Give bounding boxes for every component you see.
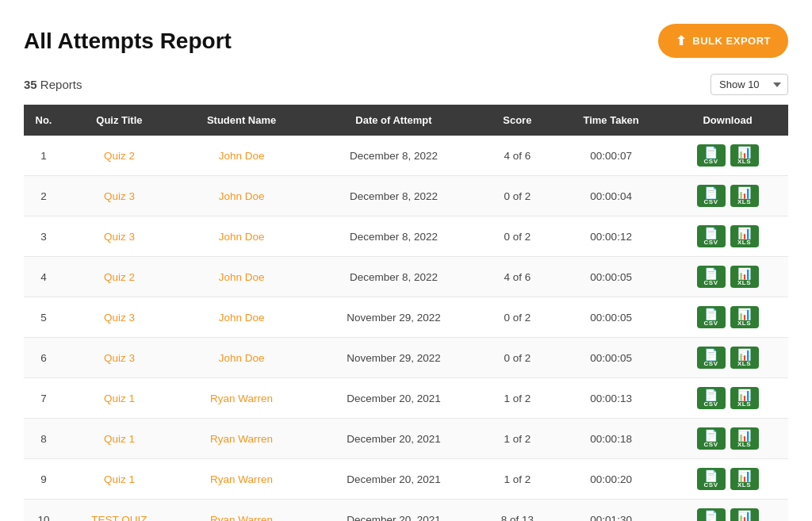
cell-no: 10 [24, 500, 63, 522]
cell-student-name[interactable]: Ryan Warren [175, 459, 308, 500]
table-row: 2 Quiz 3 John Doe December 8, 2022 0 of … [24, 176, 788, 216]
csv-icon: 📄 [704, 308, 718, 320]
cell-score: 0 of 2 [480, 338, 556, 378]
col-student-name: Student Name [175, 105, 308, 136]
table-row: 7 Quiz 1 Ryan Warren December 20, 2021 1… [24, 378, 788, 419]
xls-label: XLS [737, 401, 751, 408]
cell-student-name[interactable]: Ryan Warren [175, 500, 308, 522]
cell-date: December 20, 2021 [308, 459, 479, 500]
cell-quiz-title[interactable]: TEST QUIZ [63, 500, 175, 522]
cell-time-taken: 00:00:07 [555, 136, 667, 176]
xls-label: XLS [737, 482, 751, 488]
download-csv-button[interactable]: 📄 CSV [697, 427, 726, 450]
download-xls-button[interactable]: 📊 XLS [730, 387, 759, 409]
download-xls-button[interactable]: 📊 XLS [730, 225, 759, 247]
download-csv-button[interactable]: 📄 CSV [697, 266, 726, 288]
cell-download: 📄 CSV 📊 XLS [667, 176, 788, 216]
download-xls-button[interactable]: 📊 XLS [730, 508, 759, 521]
page-title: All Attempts Report [24, 29, 232, 54]
cell-time-taken: 00:00:05 [555, 257, 667, 297]
csv-label: CSV [704, 361, 718, 367]
cell-date: December 20, 2021 [308, 419, 479, 459]
cell-student-name[interactable]: John Doe [175, 216, 308, 257]
download-xls-button[interactable]: 📊 XLS [730, 144, 759, 167]
xls-icon: 📊 [737, 228, 751, 239]
table-body: 1 Quiz 2 John Doe December 8, 2022 4 of … [24, 136, 788, 521]
cell-download: 📄 CSV 📊 XLS [667, 500, 788, 522]
xls-icon: 📊 [737, 308, 751, 320]
download-csv-button[interactable]: 📄 CSV [697, 144, 726, 167]
download-csv-button[interactable]: 📄 CSV [697, 347, 726, 369]
cell-student-name[interactable]: John Doe [175, 257, 308, 297]
csv-icon: 📄 [704, 470, 718, 481]
cell-quiz-title[interactable]: Quiz 1 [63, 459, 175, 500]
download-xls-button[interactable]: 📊 XLS [730, 468, 759, 490]
cell-download: 📄 CSV 📊 XLS [667, 297, 788, 338]
csv-label: CSV [704, 199, 718, 205]
xls-icon: 📊 [737, 147, 751, 158]
download-xls-button[interactable]: 📊 XLS [730, 266, 759, 288]
download-xls-button[interactable]: 📊 XLS [730, 306, 759, 328]
cell-time-taken: 00:00:20 [555, 459, 667, 500]
cell-quiz-title[interactable]: Quiz 1 [63, 419, 175, 459]
cell-score: 1 of 2 [480, 459, 556, 500]
cell-score: 4 of 6 [480, 257, 556, 297]
cell-student-name[interactable]: Ryan Warren [175, 419, 308, 459]
cell-quiz-title[interactable]: Quiz 3 [63, 297, 175, 338]
csv-icon: 📄 [704, 268, 718, 279]
cell-date: December 20, 2021 [308, 378, 479, 419]
xls-label: XLS [737, 320, 751, 327]
cell-quiz-title[interactable]: Quiz 3 [63, 216, 175, 257]
cell-time-taken: 00:01:30 [555, 500, 667, 522]
csv-label: CSV [704, 320, 718, 327]
cell-quiz-title[interactable]: Quiz 3 [63, 176, 175, 216]
cell-student-name[interactable]: John Doe [175, 136, 308, 176]
cell-no: 1 [24, 136, 63, 176]
cell-quiz-title[interactable]: Quiz 3 [63, 338, 175, 378]
cell-student-name[interactable]: Ryan Warren [175, 378, 308, 419]
cell-download: 📄 CSV 📊 XLS [667, 378, 788, 419]
csv-icon: 📄 [704, 389, 718, 400]
xls-icon: 📊 [737, 268, 751, 279]
cell-time-taken: 00:00:04 [555, 176, 667, 216]
download-xls-button[interactable]: 📊 XLS [730, 427, 759, 450]
xls-label: XLS [737, 280, 751, 286]
download-csv-button[interactable]: 📄 CSV [697, 185, 726, 207]
table-row: 9 Quiz 1 Ryan Warren December 20, 2021 1… [24, 459, 788, 500]
xls-label: XLS [737, 239, 751, 246]
download-xls-button[interactable]: 📊 XLS [730, 347, 759, 369]
xls-label: XLS [737, 361, 751, 367]
download-xls-button[interactable]: 📊 XLS [730, 185, 759, 207]
table-row: 8 Quiz 1 Ryan Warren December 20, 2021 1… [24, 419, 788, 459]
cell-student-name[interactable]: John Doe [175, 297, 308, 338]
cell-no: 2 [24, 176, 63, 216]
report-count-number: 35 [24, 78, 37, 91]
cell-date: December 20, 2021 [308, 500, 479, 522]
xls-icon: 📊 [737, 349, 751, 360]
cell-quiz-title[interactable]: Quiz 2 [63, 257, 175, 297]
col-quiz-title: Quiz Title [63, 105, 175, 136]
download-csv-button[interactable]: 📄 CSV [697, 306, 726, 328]
show-select[interactable]: Show 10 Show 25 Show 50 Show 100 [710, 74, 788, 95]
cell-download: 📄 CSV 📊 XLS [667, 257, 788, 297]
cell-no: 6 [24, 338, 63, 378]
page-wrapper: All Attempts Report ⬆ BULK EXPORT 35 Rep… [0, 0, 812, 521]
cell-student-name[interactable]: John Doe [175, 176, 308, 216]
csv-icon: 📄 [704, 511, 718, 522]
csv-icon: 📄 [704, 349, 718, 360]
download-csv-button[interactable]: 📄 CSV [697, 387, 726, 409]
attempts-table: No. Quiz Title Student Name Date of Atte… [24, 105, 788, 521]
col-time-taken: Time Taken [555, 105, 667, 136]
bulk-export-button[interactable]: ⬆ BULK EXPORT [658, 24, 788, 58]
cell-time-taken: 00:00:13 [555, 378, 667, 419]
cell-score: 0 of 2 [480, 297, 556, 338]
download-csv-button[interactable]: 📄 CSV [697, 508, 726, 521]
download-csv-button[interactable]: 📄 CSV [697, 468, 726, 490]
cell-score: 8 of 13 [480, 500, 556, 522]
download-csv-button[interactable]: 📄 CSV [697, 225, 726, 247]
cell-score: 1 of 2 [480, 419, 556, 459]
cell-student-name[interactable]: John Doe [175, 338, 308, 378]
csv-icon: 📄 [704, 187, 718, 198]
cell-quiz-title[interactable]: Quiz 1 [63, 378, 175, 419]
cell-quiz-title[interactable]: Quiz 2 [63, 136, 175, 176]
